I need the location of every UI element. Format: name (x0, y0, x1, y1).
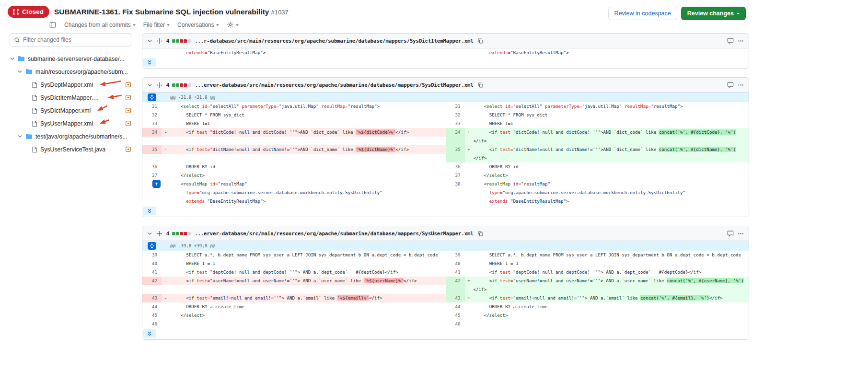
tree-file-item[interactable]: SysDictMapper.xml (10, 104, 131, 117)
expand-row (142, 57, 749, 68)
comment-icon[interactable] (727, 230, 734, 237)
diff-code-cell: <resultMap id="resultMap" type="org.apac… (162, 180, 446, 206)
tree-folder-item[interactable]: main/resources/org/apache/subm... (10, 65, 131, 78)
expand-row (142, 206, 749, 217)
diff-code-cell: <resultMap id="resultMap" type="org.apac… (465, 180, 749, 206)
expand-down-button[interactable] (143, 329, 156, 338)
diff-line-number[interactable]: 46 (446, 320, 465, 328)
diff-line-number[interactable]: 35 (446, 145, 465, 162)
kebab-menu-icon[interactable] (738, 231, 744, 237)
drag-file-icon[interactable] (156, 82, 162, 88)
diff-settings-dropdown[interactable] (227, 21, 239, 28)
tree-file-item[interactable]: SysDeptMapper.xml (10, 78, 131, 91)
diff-line-number[interactable]: 39 (446, 251, 465, 259)
diff-line-number[interactable]: 37 (446, 171, 465, 180)
file-icon (32, 120, 37, 127)
file-path-link[interactable]: ...r-database/src/main/resources/org/apa… (195, 38, 474, 44)
tree-file-item[interactable]: SysDictItemMapper.xml (10, 91, 131, 104)
expand-hunk-button[interactable] (148, 242, 156, 250)
diff-code-cell: </select> (465, 311, 749, 320)
diff-line-number[interactable]: 33 (142, 119, 162, 128)
diff-line-number[interactable]: 39 (142, 251, 162, 259)
diff-line-number[interactable]: 34 (142, 128, 162, 145)
tree-folder-item[interactable]: test/java/org/apache/submarine/s... (10, 130, 131, 143)
chevron-down-icon[interactable] (147, 231, 152, 236)
diff-code-cell: WHERE 1 = 1 (162, 259, 446, 268)
annotation-arrow (107, 92, 123, 100)
copy-path-icon[interactable] (477, 231, 484, 237)
expand-hunk-button[interactable] (148, 93, 156, 101)
diff-code-cell: extends="BaseEntityResultMap"> (162, 48, 446, 57)
tree-file-item[interactable]: SysUserServiceTest.java (10, 143, 131, 156)
file-filter-dropdown[interactable]: File filter (143, 22, 170, 28)
diff-line-number[interactable]: 38+ (142, 180, 162, 206)
diff-line-number[interactable]: 42 (446, 277, 465, 294)
diff-line-number[interactable]: 45 (446, 311, 465, 320)
diff-stat-square (176, 39, 179, 43)
pr-header-actions: Review in codespace Review changes (608, 6, 746, 20)
tree-file-item[interactable]: SysUserMapper.xml (10, 117, 131, 130)
diff-sign-marker: + (468, 145, 471, 154)
diff-line-number[interactable]: 31 (142, 102, 162, 111)
tree-folder-item[interactable]: submarine-server/server-database/... (10, 52, 131, 65)
add-comment-plus-button[interactable]: + (152, 180, 161, 188)
copy-path-icon[interactable] (477, 82, 484, 88)
comment-icon[interactable] (727, 37, 734, 44)
kebab-menu-icon[interactable] (738, 38, 744, 44)
chevron-down-icon[interactable] (147, 38, 152, 44)
drag-file-icon[interactable] (156, 38, 162, 44)
filter-files-input[interactable] (23, 36, 127, 43)
sidebar-toggle-icon[interactable] (49, 22, 57, 28)
diff-line-number[interactable]: 36 (446, 162, 465, 171)
diff-stat-count: 4 (166, 38, 169, 44)
diff-line-number[interactable]: 42 (142, 277, 162, 294)
diff-line-number[interactable]: 32 (142, 111, 162, 119)
hunk-gutter (142, 93, 162, 102)
diff-line-number[interactable] (446, 48, 465, 57)
diff-line-number[interactable]: 43 (446, 294, 465, 302)
conversations-dropdown[interactable]: Conversations (177, 22, 219, 28)
diff-line-number[interactable]: 41 (446, 268, 465, 277)
diff-line-number[interactable] (142, 48, 162, 57)
diff-line-number[interactable]: 40 (446, 259, 465, 268)
review-in-codespace-button[interactable]: Review in codespace (608, 7, 677, 20)
diff-file-card: 4...r-database/src/main/resources/org/ap… (142, 33, 749, 69)
diff-line-number[interactable]: 41 (142, 268, 162, 277)
diff-line-number[interactable]: 31 (446, 102, 465, 111)
diff-line-number[interactable]: 32 (446, 111, 465, 119)
diff-line-number[interactable]: 43 (142, 294, 162, 302)
diff-line-number[interactable]: 37 (142, 171, 162, 180)
diff-line-number[interactable]: 36 (142, 162, 162, 171)
diff-line-number[interactable]: 38 (446, 180, 465, 206)
filter-files-field[interactable] (10, 33, 131, 46)
file-tree: submarine-server/server-database/...main… (10, 52, 131, 156)
diff-line-number[interactable]: 46 (142, 320, 162, 328)
diff-line-number[interactable]: 34 (446, 128, 465, 145)
pr-title: SUBMARINE-1361. Fix Submarine SQL inject… (54, 8, 289, 16)
review-changes-button[interactable]: Review changes (681, 7, 746, 20)
expand-down-button[interactable] (143, 58, 156, 67)
changes-from-dropdown[interactable]: Changes from all commits (64, 22, 136, 28)
diff-code-cell: - <if test="userName!=null and userName!… (162, 277, 446, 294)
annotation-arrow (99, 78, 122, 88)
diff-line-number[interactable]: 40 (142, 259, 162, 268)
diff-code-cell: - <if test="email!=null and email!=''"> … (162, 294, 446, 302)
diff-line-number[interactable]: 33 (446, 119, 465, 128)
drag-file-icon[interactable] (156, 231, 162, 237)
chevron-down-icon (133, 24, 136, 27)
file-path-link[interactable]: ...erver-database/src/main/resources/org… (195, 231, 474, 236)
diff-line-number[interactable]: 44 (142, 302, 162, 311)
diff-file-header: 4...r-database/src/main/resources/org/ap… (142, 34, 749, 48)
diff-line-number[interactable]: 35 (142, 145, 162, 162)
comment-icon[interactable] (727, 81, 734, 88)
file-path-link[interactable]: ...erver-database/src/main/resources/org… (195, 82, 474, 88)
kebab-menu-icon[interactable] (738, 82, 744, 88)
diff-line-number[interactable]: 44 (446, 302, 465, 311)
chevron-down-icon[interactable] (147, 82, 152, 88)
expand-down-button[interactable] (143, 207, 156, 215)
pr-status-badge: Closed (8, 6, 49, 18)
copy-path-icon[interactable] (477, 38, 484, 44)
hunk-header-text: @@ -39,8 +39,8 @@ (162, 242, 446, 250)
diff-sign-marker: + (468, 277, 471, 285)
diff-line-number[interactable]: 45 (142, 311, 162, 320)
